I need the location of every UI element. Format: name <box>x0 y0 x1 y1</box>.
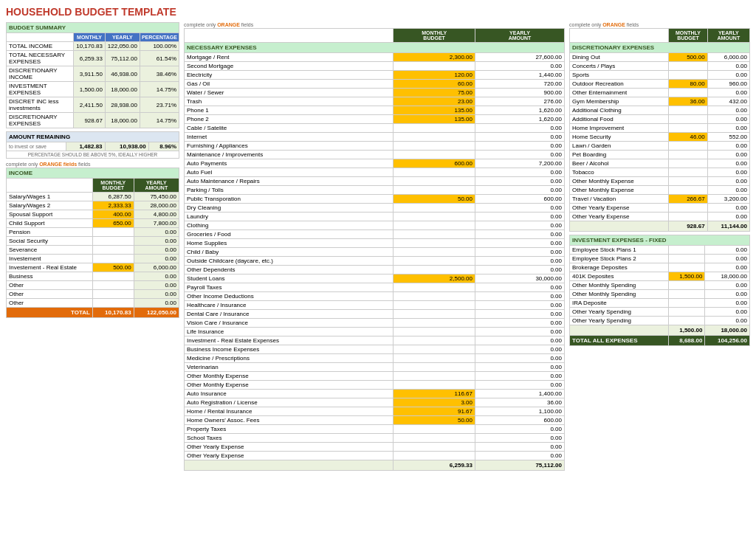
summary-row-pct: 14.75% <box>140 82 179 97</box>
disc-row-yearly: 0.00 <box>707 62 749 71</box>
disc-row: Travel / Vacation266.673,200.00 <box>570 195 750 204</box>
nec-fields-text: fields <box>241 22 253 27</box>
disc-row-yearly: 0.00 <box>707 106 749 115</box>
investment-row-monthly <box>669 255 705 263</box>
summary-row-yearly: 28,938.00 <box>105 97 140 113</box>
necessary-row-label: Gas / Oil <box>185 80 394 89</box>
disc-orange-text: ORANGE <box>602 22 625 27</box>
necessary-row: Medicine / Prescriptions0.00 <box>185 354 565 363</box>
necessary-row-monthly: 135.00 <box>394 106 475 115</box>
necessary-row-label: Maintenance / Improvements <box>185 151 394 159</box>
necessary-row-label: Home Supplies <box>185 239 394 248</box>
necessary-row: Gas / Oil60.00720.00 <box>185 80 565 89</box>
disc-row-yearly: 3,200.00 <box>707 195 749 204</box>
summary-row-yearly: 75,112.00 <box>105 51 140 66</box>
income-row: Business0.00 <box>7 272 179 281</box>
necessary-row: Child / Baby0.00 <box>185 248 565 257</box>
necessary-row: Payroll Taxes0.00 <box>185 283 565 292</box>
income-row: Pension0.00 <box>7 228 179 237</box>
disc-row-yearly: 0.00 <box>707 186 749 195</box>
disc-row-label: Home Security <box>570 133 669 142</box>
disc-row-monthly <box>669 204 707 213</box>
necessary-row: Public Transporation50.00600.00 <box>185 195 565 204</box>
disc-row-monthly <box>669 159 707 168</box>
summary-row: DISCRETIONARY EXPENSES928.6718,000.0014.… <box>7 113 179 128</box>
investment-row-label: 401K Deposites <box>570 272 669 281</box>
necessary-row-yearly: 0.00 <box>475 266 564 274</box>
necessary-row-label: Internet <box>185 133 394 142</box>
necessary-row: Mortgage / Rent2,300.0027,600.00 <box>185 53 565 62</box>
necessary-row-label: Other Monthly Expense <box>185 381 394 390</box>
investment-row-label: Employee Stock Plans 2 <box>570 255 669 263</box>
necessary-row-label: Parking / Tolls <box>185 186 394 195</box>
necessary-row-yearly: 276.00 <box>475 97 564 106</box>
disc-subtotal-yearly: 11,144.00 <box>707 221 749 232</box>
summary-row-pct: 100.00% <box>140 42 179 51</box>
necessary-total-monthly: 6,259.33 <box>394 460 475 471</box>
income-total-monthly: 10,170.83 <box>93 308 134 318</box>
necessary-row: Other Income Deductions0.00 <box>185 292 565 301</box>
summary-row: TOTAL NECESSARY EXPENSES6,259.3375,112.0… <box>7 51 179 66</box>
necessary-row-monthly <box>394 257 475 266</box>
necessary-row-monthly: 2,500.00 <box>394 274 475 283</box>
necessary-row-label: Trash <box>185 97 394 106</box>
income-col-yearly: YEARLYAMOUNT <box>134 179 179 193</box>
necessary-row-monthly <box>394 186 475 195</box>
disc-col-yearly: YEARLYAMOUNT <box>707 29 749 43</box>
necessary-row: Trash23.00276.00 <box>185 97 565 106</box>
summary-row: DISCRETIONARY INCOME3,911.5046,938.0038.… <box>7 66 179 82</box>
summary-row-monthly: 6,259.33 <box>74 51 106 66</box>
necessary-row-label: Other Yearly Expense <box>185 452 394 460</box>
income-col-monthly: MONTHLYBUDGET <box>93 179 134 193</box>
income-row-label: Salary/Wages 1 <box>7 193 93 201</box>
necessary-row-yearly: 0.00 <box>475 292 564 301</box>
necessary-row-monthly <box>394 248 475 257</box>
necessary-row-monthly: 50.00 <box>394 416 475 425</box>
disc-row-label: Sports <box>570 71 669 80</box>
investment-row-label: Other Yearly Spending <box>570 308 669 317</box>
disc-row-label: Dining Out <box>570 53 669 62</box>
necessary-row: Property Taxes0.00 <box>185 425 565 434</box>
necessary-row-monthly <box>394 319 475 328</box>
necessary-row-yearly: 1,100.00 <box>475 407 564 416</box>
necessary-row: Electricity120.001,440.00 <box>185 71 565 80</box>
necessary-row-yearly: 1,440.00 <box>475 71 564 80</box>
income-total-label: TOTAL <box>7 308 93 318</box>
disc-row-label: Other Enternainment <box>570 89 669 97</box>
necessary-row-label: Groceries / Food <box>185 230 394 239</box>
necessary-row-label: Life Insurance <box>185 328 394 336</box>
necessary-row: Other Monthly Expense0.00 <box>185 372 565 381</box>
income-row-yearly: 0.00 <box>134 246 179 255</box>
necessary-row-monthly <box>394 204 475 213</box>
disc-row-yearly: 0.00 <box>707 151 749 159</box>
necessary-row-yearly: 900.00 <box>475 89 564 97</box>
disc-row-yearly: 0.00 <box>707 168 749 177</box>
investment-row-label: Other Monthly Spending <box>570 281 669 290</box>
necessary-row-monthly: 600.00 <box>394 159 475 168</box>
disc-row-monthly: 266.67 <box>669 195 707 204</box>
necessary-row-label: Auto Fuel <box>185 168 394 177</box>
necessary-row-yearly: 0.00 <box>475 186 564 195</box>
disc-row-monthly <box>669 115 707 124</box>
summary-row-yearly: 122,050.00 <box>105 42 140 51</box>
income-row-monthly <box>93 299 134 308</box>
income-row-label: Social Security <box>7 237 93 246</box>
necessary-row-yearly: 0.00 <box>475 142 564 151</box>
investment-row-monthly: 1,500.00 <box>669 272 705 281</box>
investment-header: INVESTMENT EXPENSES - FIXED <box>570 235 750 246</box>
remaining-monthly: 1,482.83 <box>66 142 105 151</box>
income-row-label: Other <box>7 281 93 290</box>
necessary-row-label: Phone 1 <box>185 106 394 115</box>
necessary-row: Vision Care / Insurance0.00 <box>185 319 565 328</box>
necessary-row-monthly <box>394 283 475 292</box>
disc-row-yearly: 6,000.00 <box>707 53 749 62</box>
income-row: Investement0.00 <box>7 255 179 263</box>
disc-row-label: Other Yearly Expense <box>570 204 669 213</box>
disc-row-monthly: 36.00 <box>669 97 707 106</box>
investment-row-monthly <box>669 246 705 255</box>
necessary-row: Dental Care / Insurance0.00 <box>185 310 565 319</box>
investment-row-yearly: 0.00 <box>705 308 750 317</box>
income-row-yearly: 7,800.00 <box>134 219 179 228</box>
total-all-monthly: 8,688.00 <box>669 336 705 346</box>
disc-row: Gym Membership36.00432.00 <box>570 97 750 106</box>
